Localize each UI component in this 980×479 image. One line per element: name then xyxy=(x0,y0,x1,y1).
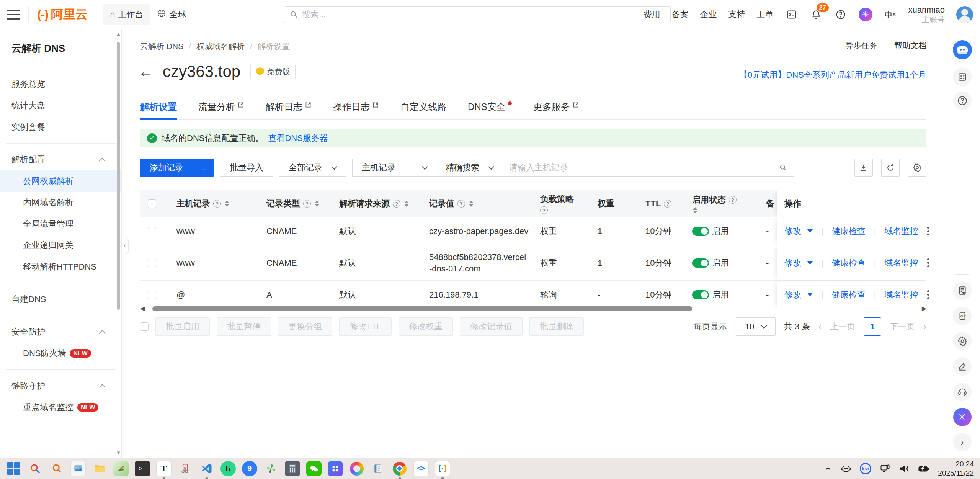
taskbar-icon-notebook[interactable] xyxy=(370,460,386,477)
scroll-right-icon[interactable]: ▶ xyxy=(922,306,926,311)
taskbar-clock[interactable]: 20:24 2025/11/22 xyxy=(938,459,974,478)
record-type-filter[interactable]: 全部记录 xyxy=(279,159,346,177)
notifications-bell-icon[interactable]: 27 xyxy=(810,8,823,21)
headset-support-icon[interactable] xyxy=(953,383,972,401)
scroll-left-icon[interactable]: ◀ xyxy=(140,306,145,311)
table-horizontal-scrollbar[interactable]: ◀ ▶ xyxy=(140,306,926,311)
ai-star-icon[interactable]: ✳ xyxy=(953,408,972,426)
workbench-nav[interactable]: ⌂ 工作台 xyxy=(103,4,150,25)
sidebar-item-instance-plans[interactable]: 实例套餐 xyxy=(0,116,121,138)
taskbar-icon-folder[interactable] xyxy=(91,460,108,477)
domain-monitor-link[interactable]: 域名监控 xyxy=(884,289,918,301)
modify-value-button[interactable]: 修改记录值 xyxy=(460,317,523,336)
gear-icon[interactable] xyxy=(908,159,926,177)
tab-resolution-logs[interactable]: 解析日志 xyxy=(266,95,312,119)
taskbar-icon-code-app[interactable]: <> xyxy=(413,460,429,477)
sidebar-scrollbar-thumb[interactable] xyxy=(117,42,120,310)
chevron-down-icon[interactable] xyxy=(807,293,813,296)
plan-badge[interactable]: 免费版 xyxy=(250,64,296,80)
help-icon[interactable]: ? xyxy=(664,200,671,208)
help-icon[interactable]: ? xyxy=(540,206,548,214)
modify-weight-button[interactable]: 修改权重 xyxy=(399,317,453,336)
topbar-link-support[interactable]: 支持 xyxy=(728,9,745,20)
more-actions-icon[interactable] xyxy=(927,290,929,299)
aliyun-logo[interactable]: (-) 阿里云 xyxy=(37,6,88,23)
taskbar-icon-photos-editor[interactable] xyxy=(113,460,129,477)
row-checkbox[interactable] xyxy=(148,291,156,299)
host-record-search[interactable] xyxy=(503,159,794,177)
tray-chevron-up-icon[interactable] xyxy=(824,464,832,473)
select-all-checkbox[interactable] xyxy=(148,199,156,208)
modify-ttl-button[interactable]: 修改TTL xyxy=(339,317,392,336)
modify-link[interactable]: 修改 xyxy=(784,257,801,269)
sidebar-item-recursive-gateway[interactable]: 企业递归网关 xyxy=(0,235,121,256)
tray-iflytek-icon[interactable]: iFLY xyxy=(860,463,871,474)
sort-icon[interactable] xyxy=(315,201,319,207)
batch-pause-button[interactable]: 批量暂停 xyxy=(217,317,271,336)
promo-link[interactable]: 【0元试用】DNS全系列产品新用户免费试用1个月 xyxy=(739,69,926,81)
sidebar-item-self-dns[interactable]: 自建DNS xyxy=(0,289,121,310)
taskbar-icon-calculator[interactable] xyxy=(284,460,301,477)
taskbar-icon-text-app[interactable]: T xyxy=(155,460,172,477)
global-search[interactable] xyxy=(284,6,671,23)
chevron-down-icon[interactable] xyxy=(807,229,813,233)
taskbar-icon-color-wheel[interactable] xyxy=(348,460,365,477)
prev-page-button[interactable]: 上一页 xyxy=(830,321,855,332)
tab-custom-lines[interactable]: 自定义线路 xyxy=(400,95,446,119)
next-page-arrow-icon[interactable]: › xyxy=(923,321,926,332)
row-checkbox[interactable] xyxy=(148,259,156,267)
sidebar-item-key-domain-monitor[interactable]: 重点域名监控 NEW xyxy=(0,397,121,418)
tongyi-ai-icon[interactable]: ✳ xyxy=(859,8,872,21)
health-check-link[interactable]: 健康检查 xyxy=(832,289,866,301)
tray-display-icon[interactable] xyxy=(880,463,890,474)
taskbar-icon-widget-app[interactable] xyxy=(327,460,343,477)
topbar-link-enterprise[interactable]: 企业 xyxy=(700,9,717,20)
taskbar-icon-pinwheel-app[interactable] xyxy=(263,460,279,477)
batch-enable-button[interactable]: 批量启用 xyxy=(155,317,210,336)
view-dns-servers-link[interactable]: 查看DNS服务器 xyxy=(268,132,328,144)
taskbar-icon-snipping-tool[interactable] xyxy=(177,460,193,477)
per-page-select[interactable]: 10 xyxy=(736,317,776,336)
sidebar-item-private-dns[interactable]: 内网域名解析 xyxy=(0,192,121,213)
tab-traffic-analysis[interactable]: 流量分析 xyxy=(198,95,244,119)
tray-robot-app-icon[interactable] xyxy=(841,463,851,474)
sidebar-item-stats-dashboard[interactable]: 统计大盘 xyxy=(0,95,121,116)
orders-icon[interactable] xyxy=(953,281,972,300)
taskbar-icon-wechat-devtools[interactable] xyxy=(434,460,451,477)
settings-gear-icon[interactable] xyxy=(953,332,972,350)
sidebar-item-dns-firewall[interactable]: DNS防火墙 NEW xyxy=(0,343,121,364)
sidebar-group-dns-config[interactable]: 解析配置 xyxy=(0,149,121,170)
sort-icon[interactable] xyxy=(404,201,409,207)
taskbar-icon-chrome[interactable] xyxy=(391,460,408,477)
chevron-down-icon[interactable] xyxy=(807,261,813,265)
sort-icon[interactable] xyxy=(225,201,229,207)
hamburger-menu-icon[interactable] xyxy=(7,10,20,20)
avatar[interactable] xyxy=(956,6,973,23)
modify-link[interactable]: 修改 xyxy=(784,289,801,301)
help-icon[interactable]: ? xyxy=(729,196,737,204)
sidebar-item-public-dns[interactable]: 公网权威解析 xyxy=(0,170,121,192)
global-region-nav[interactable]: 全球 xyxy=(150,4,193,25)
next-page-button[interactable]: 下一页 xyxy=(890,321,915,332)
sidebar-item-gtm[interactable]: 全局流量管理 xyxy=(0,213,121,235)
current-page[interactable]: 1 xyxy=(864,317,881,336)
sort-icon[interactable] xyxy=(469,201,474,207)
sort-icon[interactable] xyxy=(693,207,697,213)
tray-battery-icon[interactable] xyxy=(918,463,929,474)
search-mode-select[interactable]: 精确搜索 xyxy=(436,159,503,177)
back-arrow-icon[interactable]: ← xyxy=(138,64,153,79)
help-icon[interactable]: ? xyxy=(303,200,311,208)
domain-monitor-link[interactable]: 域名监控 xyxy=(884,226,918,237)
ai-assistant-robot-icon[interactable] xyxy=(953,40,972,59)
taskbar-icon-search[interactable] xyxy=(27,460,43,477)
sidebar-group-security[interactable]: 安全防护 xyxy=(0,321,121,343)
taskbar-icon-terminal[interactable]: >_ xyxy=(134,460,150,477)
add-record-more-button[interactable]: … xyxy=(193,159,214,177)
tab-resolution-settings[interactable]: 解析设置 xyxy=(140,95,177,119)
health-check-link[interactable]: 健康检查 xyxy=(832,257,866,269)
health-check-link[interactable]: 健康检查 xyxy=(832,226,866,237)
status-toggle[interactable] xyxy=(692,227,709,236)
account-info[interactable]: xuanmiao 主账号 xyxy=(908,5,945,25)
batch-select-all-checkbox[interactable] xyxy=(140,322,149,331)
status-toggle[interactable] xyxy=(692,290,709,299)
